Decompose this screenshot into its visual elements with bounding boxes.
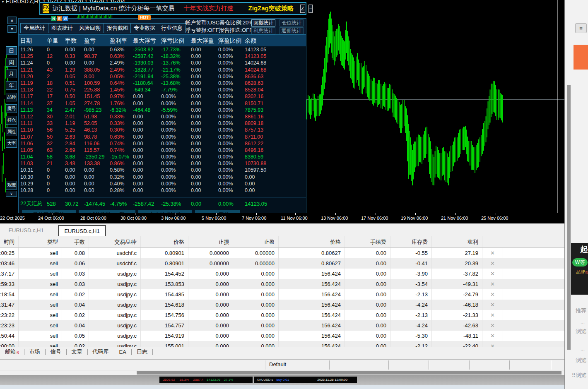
trade-col-header[interactable]: 类型 bbox=[19, 236, 62, 247]
nav-button-2[interactable]: 图表统计 bbox=[48, 23, 76, 33]
time-axis[interactable]: 22 Oct 202524 Oct 06:0028 Oct 06:0030 Oc… bbox=[0, 213, 567, 223]
sidebar-item-9[interactable]: 大字 bbox=[6, 139, 17, 148]
panel-footer-button-2[interactable]: 喊单推送QQ群 bbox=[79, 210, 135, 213]
stats-row: 11.04583.68-2350.29-15.07%0.000.00%0.000… bbox=[19, 154, 306, 160]
orange-banner[interactable] bbox=[574, 45, 588, 70]
close-position-icon[interactable]: ✕ bbox=[482, 279, 503, 289]
trade-col-header[interactable]: 手数 bbox=[62, 236, 89, 247]
trade-row[interactable]: :03:46sell0.06usdchf.c0.809010.000000.00… bbox=[0, 258, 564, 269]
compose-icon[interactable]: ≡ bbox=[575, 23, 587, 33]
link-browse-2[interactable]: 浏览 bbox=[565, 357, 588, 364]
trade-col-header[interactable] bbox=[482, 236, 503, 247]
more-dots-2[interactable]: ... bbox=[565, 346, 588, 352]
trade-col-header[interactable]: 止盈 bbox=[233, 236, 279, 247]
profile-name[interactable]: Default bbox=[269, 361, 286, 367]
background-window-preview-2[interactable]: XAUUSD.cbuy 0.012025.11.26 12:00:00 bbox=[254, 377, 357, 383]
axis-tick bbox=[295, 213, 296, 215]
tab-5[interactable]: EA bbox=[114, 349, 131, 355]
stat-button-4[interactable]: 返佣统计 bbox=[280, 27, 304, 34]
stat-button-2[interactable]: 仓位统计 bbox=[280, 19, 304, 26]
panel-footer-button-3[interactable]: 六大技术沙龙 bbox=[138, 210, 192, 213]
link-recommend[interactable]: 推荐 bbox=[565, 307, 588, 315]
time-axis-label: 7 Nov 06:00 bbox=[242, 216, 277, 221]
trade-row[interactable]: :37:17sell0.03usdjpy.c154.4520.0000.0001… bbox=[0, 269, 564, 279]
panel-footer-button-4[interactable]: QLC 跟单 bbox=[195, 210, 240, 213]
close-position-icon[interactable]: ✕ bbox=[482, 341, 503, 347]
tab-mailbox[interactable]: 邮箱6 bbox=[0, 348, 24, 355]
close-position-icon[interactable]: ✕ bbox=[482, 310, 503, 320]
scrollbar-thumb[interactable] bbox=[137, 371, 561, 375]
nav-button-3[interactable]: 风险回朔 bbox=[76, 23, 104, 33]
panel-minimize-button[interactable]: − bbox=[308, 5, 312, 13]
close-position-icon[interactable]: ✕ bbox=[482, 331, 503, 341]
close-position-icon[interactable]: ✕ bbox=[482, 269, 503, 279]
tab-1[interactable]: 市场 bbox=[24, 348, 45, 355]
time-axis-label: 21 Nov 06:00 bbox=[441, 216, 477, 221]
trade-col-header[interactable]: 获利 bbox=[432, 236, 482, 247]
trade-row[interactable]: :23:22sell0.02usdjpy.c154.7560.0000.0001… bbox=[0, 310, 564, 320]
stats-panel-header[interactable]: FXDATA 迈汇数据 | MyfxData.cn 统计分析每一笔交易 十年实战… bbox=[39, 2, 306, 15]
panel-footer-button-1[interactable]: 最佳跟单系统 bbox=[22, 210, 76, 213]
sidebar-item-4[interactable]: 年 bbox=[6, 81, 17, 90]
toolbox-tab-bar: 邮箱6 市场信号文章代码库EA日志 bbox=[0, 347, 564, 357]
scroll-up-button[interactable]: ▲ bbox=[7, 17, 17, 24]
trade-row[interactable]: :59:33sell0.03usdjpy.c153.8530.0000.0001… bbox=[0, 279, 564, 289]
close-position-icon[interactable]: ✕ bbox=[482, 289, 503, 300]
close-position-icon[interactable]: ✕ bbox=[482, 258, 503, 269]
sidebar-item-6[interactable]: 魔号 bbox=[6, 104, 17, 113]
time-axis-label: 17 Nov 06:00 bbox=[361, 216, 397, 221]
tab-4[interactable]: 代码库 bbox=[88, 348, 114, 355]
trade-row[interactable]: :31:47sell0.04usdjpy.c154.6180.0000.0001… bbox=[0, 300, 564, 310]
stat-button-3[interactable]: 利息统计 bbox=[251, 27, 275, 34]
chart-collapse-icon[interactable]: ▼ bbox=[1, 0, 5, 4]
status-separator bbox=[551, 360, 552, 370]
nav-button-4[interactable]: 报告截图 bbox=[104, 23, 132, 33]
trade-col-header[interactable]: 时间 bbox=[0, 236, 19, 247]
tab-2[interactable]: 信号 bbox=[46, 348, 66, 355]
trade-col-header[interactable]: 价格 bbox=[141, 236, 188, 247]
trade-col-header[interactable]: 价格 bbox=[279, 236, 345, 247]
stats-table-header: 日期单量手数盈亏盈利率最大浮亏浮亏比例最大浮盈浮盈比例余额 bbox=[19, 35, 306, 46]
trade-col-header[interactable]: 手续费 bbox=[345, 236, 390, 247]
stats-row: 11.2020.058.000.05%-2191.94-25.38%0.000.… bbox=[19, 73, 306, 80]
background-window-preview-1[interactable]: -2503.92-18.3%-2587.414123.0527.1% bbox=[159, 377, 253, 383]
trade-col-header[interactable]: 交易品种 ∕ bbox=[89, 236, 141, 247]
panel-slogan: 十年实战实力打造 bbox=[184, 5, 234, 12]
trade-col-header[interactable]: 止损 bbox=[188, 236, 233, 247]
sidebar-item-1[interactable]: 日 bbox=[6, 46, 17, 55]
nav-button-6[interactable]: 行业信息 bbox=[158, 23, 186, 33]
ad-thumbnail[interactable]: 起 W等 品牌告 bbox=[571, 243, 588, 295]
trade-row[interactable]: :23:23sell0.04usdjpy.c154.7570.0000.0001… bbox=[0, 320, 564, 331]
link-browse-1[interactable]: 浏览 bbox=[565, 328, 588, 335]
status-separator bbox=[265, 360, 266, 370]
stat-button-1[interactable]: 回撤统计 bbox=[251, 19, 275, 26]
tab-3[interactable]: 文章 bbox=[67, 348, 87, 355]
close-position-icon[interactable]: ✕ bbox=[482, 248, 503, 258]
tab-6[interactable]: 日志 bbox=[132, 348, 152, 355]
sidebar-item-5[interactable]: 品种 bbox=[6, 93, 17, 101]
more-dots[interactable]: ... bbox=[565, 319, 588, 325]
scroll-down-button[interactable]: ▼ bbox=[7, 25, 17, 33]
link-browse-3[interactable]: ⠿浏览 bbox=[565, 372, 588, 379]
trade-row[interactable]: :50:44sell0.05usdjpy.c154.9190.0000.0001… bbox=[0, 331, 564, 341]
close-position-icon[interactable]: ✕ bbox=[482, 300, 503, 310]
trade-col-header[interactable]: 库存费 bbox=[390, 236, 432, 247]
trade-row[interactable]: :00:25sell0.08usdchf.c0.809010.000000.00… bbox=[0, 248, 564, 258]
trade-row[interactable]: :18:54sell0.02usdjpy.c154.4850.0000.0001… bbox=[0, 289, 564, 300]
nav-button-1[interactable]: 全局统计 bbox=[20, 23, 48, 33]
sidebar-item-7[interactable]: 持仓 bbox=[6, 116, 17, 125]
sidebar-expand-button[interactable]: ∨ bbox=[6, 191, 17, 197]
chart-tab-1[interactable]: EURUSD.c,H1 bbox=[3, 225, 49, 235]
sidebar-item-8[interactable]: 属性 bbox=[6, 127, 17, 136]
chart-tab-2[interactable]: EURUSD.c,H1 bbox=[58, 225, 106, 236]
sidebar-item-observe[interactable]: 观摩 bbox=[6, 181, 17, 190]
trade-row[interactable]: :00:00sell0.02usdjpy.c155.0010.0000.0001… bbox=[0, 341, 564, 347]
axis-tick bbox=[455, 213, 456, 215]
sidebar-item-3[interactable]: 月 bbox=[6, 70, 17, 78]
close-position-icon[interactable]: ✕ bbox=[482, 320, 503, 331]
time-axis-label: 11 Nov 06:00 bbox=[281, 216, 316, 221]
grid-icon: ⠿ bbox=[571, 372, 576, 378]
nav-button-5[interactable]: 专业数据 bbox=[130, 23, 159, 33]
sidebar-item-2[interactable]: 周 bbox=[6, 58, 17, 67]
panel-resize-button[interactable]: ∠ bbox=[300, 5, 306, 13]
